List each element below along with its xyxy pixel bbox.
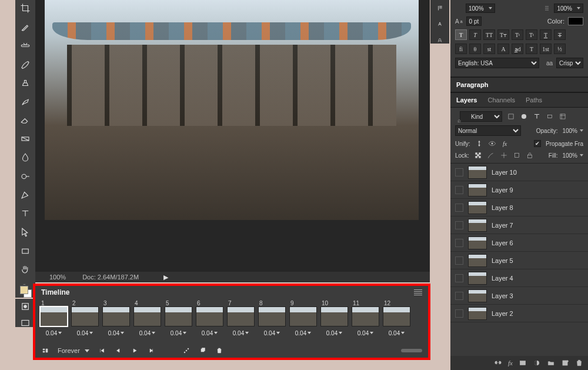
opentype-button[interactable]: a̲d xyxy=(512,44,523,54)
layer-thumbnail[interactable] xyxy=(468,307,487,320)
text-color-swatch[interactable] xyxy=(568,17,583,25)
tab-layers[interactable]: Layers xyxy=(456,96,477,104)
layer-name[interactable]: Layer 8 xyxy=(492,204,513,211)
eyedropper-tool[interactable] xyxy=(19,21,32,33)
timeline-frame[interactable]: 20.04 xyxy=(71,300,99,336)
frame-duration[interactable]: 0.04 xyxy=(171,330,186,336)
frame-thumbnail[interactable] xyxy=(289,306,317,326)
layer-group-icon[interactable] xyxy=(547,359,555,367)
dodge-tool[interactable] xyxy=(19,171,32,182)
layer-name[interactable]: Layer 7 xyxy=(492,222,513,229)
gradient-tool[interactable] xyxy=(19,133,32,145)
layer-row[interactable]: Layer 5 xyxy=(450,252,588,269)
baseline-shift-field[interactable]: 0 pt xyxy=(466,16,482,26)
prev-frame-button[interactable] xyxy=(114,346,122,355)
underline-button[interactable]: T xyxy=(540,29,552,40)
superscript-button[interactable]: Tt xyxy=(512,29,523,40)
paragraph-panel-header[interactable]: Paragraph xyxy=(450,77,588,92)
unify-position-icon[interactable] xyxy=(475,139,483,148)
delete-layer-icon[interactable] xyxy=(575,359,583,367)
frame-thumbnail[interactable] xyxy=(383,306,410,326)
filter-smart-icon[interactable] xyxy=(559,112,567,121)
layer-name[interactable]: Layer 9 xyxy=(492,186,513,194)
layer-fx-icon[interactable]: fx xyxy=(508,359,513,366)
opentype-button[interactable]: A xyxy=(497,44,509,54)
tween-button[interactable] xyxy=(182,346,191,355)
timeline-menu-icon[interactable] xyxy=(414,289,422,295)
layer-mask-icon[interactable] xyxy=(519,359,527,367)
antialias-select[interactable]: Crisp xyxy=(556,58,583,68)
opentype-button[interactable]: 1st xyxy=(540,44,552,54)
frame-duration[interactable]: 0.04 xyxy=(389,330,405,336)
layer-name[interactable]: Layer 5 xyxy=(492,257,513,264)
frame-thumbnail[interactable] xyxy=(227,306,255,326)
frame-duration[interactable]: 0.04 xyxy=(46,330,62,336)
timeline-frame[interactable]: 40.04 xyxy=(133,300,161,336)
visibility-toggle[interactable] xyxy=(455,274,463,282)
filter-adjust-icon[interactable] xyxy=(520,112,528,121)
timeline-frame[interactable]: 120.04 xyxy=(383,300,410,336)
subscript-button[interactable]: Tt xyxy=(526,29,537,40)
adjustment-layer-icon[interactable] xyxy=(533,359,541,367)
frame-duration[interactable]: 0.04 xyxy=(233,330,249,336)
glyphs-panel-icon[interactable] xyxy=(435,37,445,44)
propagate-checkbox[interactable] xyxy=(534,140,541,147)
frame-duration[interactable]: 0.04 xyxy=(326,330,342,336)
timeline-frame[interactable]: 70.04 xyxy=(227,300,255,336)
frame-duration[interactable]: 0.04 xyxy=(264,330,280,336)
character-panel-icon[interactable] xyxy=(435,21,445,27)
status-flyout-icon[interactable]: ▶ xyxy=(163,274,168,281)
layer-thumbnail[interactable] xyxy=(468,254,487,267)
document-size[interactable]: Doc: 2.64M/187.2M xyxy=(82,274,139,281)
visibility-toggle[interactable] xyxy=(455,256,463,265)
clone-stamp-tool[interactable] xyxy=(19,77,32,89)
opentype-button[interactable]: fi xyxy=(455,44,467,54)
visibility-toggle[interactable] xyxy=(455,221,463,229)
pen-tool[interactable] xyxy=(19,189,32,201)
layer-thumbnail[interactable] xyxy=(468,166,487,179)
paragraph-panel-icon[interactable] xyxy=(435,5,445,11)
strikethrough-button[interactable]: T xyxy=(554,29,566,40)
frame-thumbnail[interactable] xyxy=(320,306,348,326)
frame-thumbnail[interactable] xyxy=(40,306,68,326)
duplicate-frame-button[interactable] xyxy=(199,346,207,355)
timeline-frame[interactable]: 10.04 xyxy=(40,300,68,336)
blur-tool[interactable] xyxy=(19,152,32,164)
timeline-frame[interactable]: 100.04 xyxy=(320,300,348,336)
visibility-toggle[interactable] xyxy=(455,309,463,318)
layer-thumbnail[interactable] xyxy=(468,201,487,214)
frame-duration[interactable]: 0.04 xyxy=(77,330,93,336)
screen-mode-toggle[interactable] xyxy=(19,318,32,328)
foreground-swatch[interactable] xyxy=(20,286,28,294)
frame-duration[interactable]: 0.04 xyxy=(139,330,155,336)
filter-shape-icon[interactable] xyxy=(546,112,554,121)
color-swatches[interactable] xyxy=(15,285,35,298)
lock-pixels-icon[interactable] xyxy=(487,151,495,159)
blend-mode-select[interactable]: Normal xyxy=(455,125,521,136)
layer-name[interactable]: Layer 6 xyxy=(492,239,513,246)
frame-thumbnail[interactable] xyxy=(133,306,161,326)
allcaps-button[interactable]: TT xyxy=(483,29,495,40)
visibility-toggle[interactable] xyxy=(455,204,463,212)
layer-thumbnail[interactable] xyxy=(468,289,487,302)
layer-row[interactable]: Layer 9 xyxy=(450,181,588,199)
leading-field[interactable]: 100% xyxy=(554,4,583,13)
fill-field[interactable]: 100% xyxy=(562,152,583,159)
layer-row[interactable]: Layer 8 xyxy=(450,199,588,216)
frame-duration[interactable]: 0.04 xyxy=(108,330,124,336)
smallcaps-button[interactable]: Tᴛ xyxy=(497,29,509,40)
frame-duration[interactable]: 0.04 xyxy=(202,330,218,336)
timeline-frame[interactable]: 90.04 xyxy=(289,300,317,336)
layer-name[interactable]: Layer 2 xyxy=(492,310,513,317)
opentype-button[interactable]: θ xyxy=(469,44,481,54)
font-size-field[interactable]: 100% xyxy=(466,4,495,13)
unify-style-icon[interactable]: fx xyxy=(501,139,509,148)
frame-duration[interactable]: 0.04 xyxy=(295,330,311,336)
quick-mask-toggle[interactable] xyxy=(19,301,32,312)
frame-thumbnail[interactable] xyxy=(258,306,286,326)
layer-row[interactable]: Layer 4 xyxy=(450,269,588,287)
timeline-frame[interactable]: 60.04 xyxy=(196,300,223,336)
new-layer-icon[interactable] xyxy=(561,359,569,367)
layer-filter-kind[interactable]: Kind xyxy=(460,111,502,122)
hand-tool[interactable] xyxy=(19,264,32,276)
